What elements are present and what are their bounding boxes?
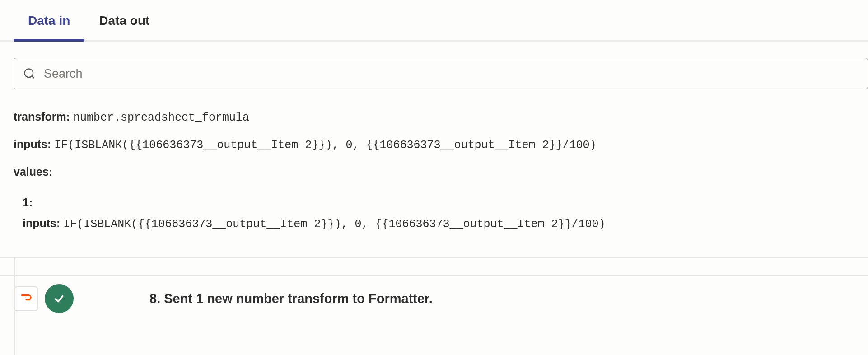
values-item-index: 1:: [23, 193, 854, 211]
svg-line-1: [32, 76, 33, 78]
values-item-inputs-label: inputs:: [23, 217, 60, 229]
values-row: values:: [14, 163, 854, 181]
search-box[interactable]: [14, 58, 868, 89]
tab-data-out[interactable]: Data out: [99, 14, 149, 40]
tabs-bar: Data in Data out: [0, 0, 868, 42]
data-content: transform: number.spreadsheet_formula in…: [0, 89, 868, 234]
tab-data-in[interactable]: Data in: [28, 14, 70, 40]
transform-row: transform: number.spreadsheet_formula: [14, 107, 854, 127]
values-block: 1: inputs: IF(ISBLANK({{106636373__outpu…: [14, 193, 854, 234]
search-container: [0, 42, 868, 89]
values-label: values:: [14, 165, 52, 178]
values-item-inputs-row: inputs: IF(ISBLANK({{106636373__output__…: [23, 214, 854, 234]
search-icon: [23, 67, 36, 80]
transform-label: transform:: [14, 110, 70, 123]
app-icon-box: [14, 286, 38, 311]
inputs-value: IF(ISBLANK({{106636373__output__Item 2}}…: [54, 139, 596, 152]
formatter-icon: [19, 292, 33, 305]
inputs-row: inputs: IF(ISBLANK({{106636373__output__…: [14, 135, 854, 154]
section-divider: [0, 257, 868, 275]
search-input[interactable]: [44, 67, 859, 81]
step-header: 8. Sent 1 new number transform to Format…: [0, 275, 868, 313]
inputs-label: inputs:: [14, 138, 51, 150]
step-title: 8. Sent 1 new number transform to Format…: [149, 291, 433, 306]
transform-value: number.spreadsheet_formula: [73, 111, 249, 124]
status-circle: [45, 284, 74, 313]
values-item-inputs-value: IF(ISBLANK({{106636373__output__Item 2}}…: [63, 218, 605, 231]
check-icon: [53, 293, 65, 304]
